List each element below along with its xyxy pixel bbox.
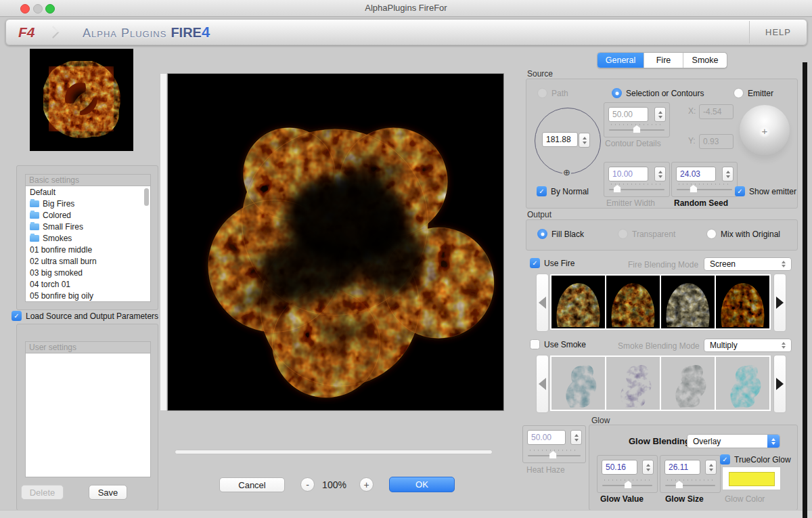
- zoom-out-button[interactable]: -: [300, 477, 315, 492]
- transparent-radio[interactable]: Transparent: [618, 229, 675, 239]
- tab-fire[interactable]: Fire: [644, 53, 683, 68]
- glow-blending-label: Glow Blending: [629, 436, 690, 446]
- emitter-width-slider[interactable]: [609, 184, 664, 192]
- heat-haze-stepper[interactable]: [570, 430, 582, 445]
- emitter-sphere-control[interactable]: [740, 105, 790, 155]
- contour-details-slider[interactable]: [609, 124, 664, 133]
- arrow-left-icon: [539, 378, 546, 390]
- preset-list-scrollbar[interactable]: [144, 188, 149, 206]
- tab-smoke[interactable]: Smoke: [683, 53, 727, 68]
- angle-stepper[interactable]: [579, 133, 590, 148]
- ok-button[interactable]: OK: [389, 477, 455, 492]
- preview-vertical-scrollbar[interactable]: [160, 73, 167, 411]
- emitter-width-label: Emitter Width: [606, 198, 655, 208]
- emitter-radio[interactable]: Emitter: [734, 88, 773, 98]
- chevron-updown-icon: [767, 435, 780, 448]
- by-normal-checkbox[interactable]: By Normal: [537, 186, 589, 196]
- list-item[interactable]: Default: [26, 186, 150, 198]
- angle-input[interactable]: 181.88: [542, 132, 578, 147]
- glow-blending-select[interactable]: Overlay: [687, 434, 780, 448]
- tab-bar: General Fire Smoke: [597, 52, 727, 68]
- list-item[interactable]: Colored: [26, 209, 150, 221]
- list-item[interactable]: 04 torch 01: [26, 278, 150, 290]
- show-emitter-checkbox[interactable]: Show emitter: [735, 186, 796, 196]
- zoom-in-button[interactable]: +: [359, 477, 374, 492]
- heat-haze-label: Heat Haze: [526, 465, 565, 475]
- random-seed-slider[interactable]: [677, 184, 732, 192]
- smoke-thumbnail-3[interactable]: [661, 357, 715, 410]
- heat-haze-slider[interactable]: [528, 450, 581, 458]
- glow-size-input[interactable]: 26.11: [664, 460, 700, 475]
- glow-color-well[interactable]: [722, 467, 781, 490]
- contour-details-label: Contour Details: [605, 139, 661, 148]
- y-input[interactable]: 0.93: [699, 134, 734, 149]
- glow-size-label: Glow Size: [665, 494, 704, 504]
- glow-value-stepper[interactable]: [642, 460, 654, 475]
- glow-value-slider[interactable]: [602, 479, 652, 488]
- list-item[interactable]: Big Fires: [26, 198, 150, 209]
- emitter-width-stepper[interactable]: [654, 167, 666, 181]
- truecolor-glow-checkbox[interactable]: TrueColor Glow: [720, 454, 791, 465]
- fire-strip-prev-button[interactable]: [536, 274, 549, 332]
- preview-horizontal-scrollbar[interactable]: [175, 450, 493, 454]
- smoke-thumbnail-4[interactable]: [716, 357, 769, 410]
- emitter-width-input[interactable]: 10.00: [608, 167, 648, 181]
- arrow-right-icon: [776, 297, 784, 309]
- glow-group: Glow Blending Overlay 50.16 Glow Value 2…: [589, 425, 798, 511]
- contour-details-input[interactable]: 50.00: [608, 107, 648, 122]
- help-button[interactable]: HELP: [765, 27, 791, 37]
- radio-icon: [734, 88, 744, 98]
- glow-value-input[interactable]: 50.16: [602, 460, 637, 475]
- fire-blend-select[interactable]: Screen: [704, 257, 792, 271]
- mix-with-original-radio[interactable]: Mix with Original: [706, 229, 780, 239]
- smoke-blend-select[interactable]: Multiply: [704, 339, 792, 352]
- x-input[interactable]: -4.54: [699, 104, 734, 119]
- list-item[interactable]: 02 ultra small burn: [26, 255, 150, 267]
- use-smoke-checkbox[interactable]: Use Smoke: [530, 339, 586, 349]
- use-fire-checkbox[interactable]: Use Fire: [530, 258, 574, 268]
- random-seed-stepper[interactable]: [722, 167, 734, 181]
- chevron-updown-icon: [778, 261, 791, 267]
- cancel-button[interactable]: Cancel: [219, 477, 285, 492]
- load-params-checkbox[interactable]: Load Source and Output Parameters: [12, 311, 158, 321]
- list-item[interactable]: 03 big smoked: [26, 267, 150, 278]
- list-item[interactable]: Small Fires: [26, 221, 150, 232]
- dial-marker-icon[interactable]: ⊕: [562, 168, 571, 177]
- selection-contours-radio[interactable]: Selection or Contours: [612, 88, 704, 98]
- smoke-strip-next-button[interactable]: [773, 355, 786, 413]
- list-item[interactable]: Smokes: [26, 232, 150, 244]
- fire-blend-value: Screen: [704, 259, 778, 269]
- random-seed-input[interactable]: 24.03: [676, 167, 716, 181]
- fire-thumbnail-3[interactable]: [661, 276, 715, 328]
- random-seed-label: Random Seed: [674, 198, 728, 208]
- delete-button[interactable]: Delete: [21, 485, 64, 500]
- screen-right-edge: [803, 62, 807, 518]
- glow-size-slider[interactable]: [665, 479, 715, 488]
- x-label: X:: [688, 106, 696, 116]
- fill-black-radio[interactable]: Fill Black: [537, 229, 584, 239]
- chevron-updown-icon: [778, 342, 791, 349]
- arrow-left-icon: [539, 297, 546, 309]
- preset-list[interactable]: DefaultBig FiresColoredSmall FiresSmokes…: [25, 186, 151, 302]
- heat-haze-input[interactable]: 50.00: [527, 430, 566, 445]
- fire-strip-next-button[interactable]: [773, 274, 786, 332]
- user-settings-list[interactable]: [25, 353, 151, 477]
- fire-blend-label: Fire Blending Mode: [628, 260, 698, 269]
- smoke-thumbnail-1[interactable]: [551, 357, 605, 410]
- path-radio[interactable]: Path: [537, 88, 568, 98]
- list-item[interactable]: 05 bonfire big oily: [26, 290, 150, 301]
- contour-details-stepper[interactable]: [654, 107, 666, 122]
- preview-canvas[interactable]: [167, 73, 504, 411]
- glow-size-stepper[interactable]: [705, 460, 717, 475]
- fire-thumbnail-1[interactable]: [551, 276, 605, 328]
- fire-thumbnail-4[interactable]: [716, 276, 769, 328]
- save-button[interactable]: Save: [89, 485, 127, 500]
- folder-icon: [30, 223, 39, 230]
- smoke-thumbnail-2[interactable]: [606, 357, 660, 410]
- glow-blending-value: Overlay: [687, 437, 767, 446]
- tab-general[interactable]: General: [597, 53, 644, 68]
- list-item[interactable]: 01 bonfire middle: [26, 244, 150, 255]
- smoke-strip-prev-button[interactable]: [536, 355, 549, 413]
- heat-haze-group: 50.00: [522, 425, 586, 463]
- fire-thumbnail-2[interactable]: [606, 276, 660, 328]
